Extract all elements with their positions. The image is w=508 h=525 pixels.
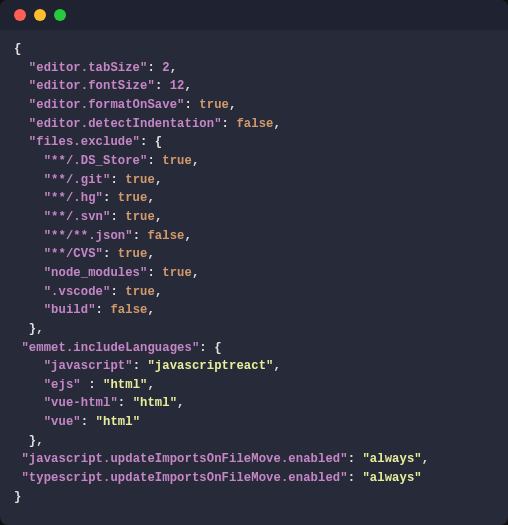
window-minimize-icon[interactable] [34,9,46,21]
json-code-block: { "editor.tabSize": 2, "editor.fontSize"… [0,30,508,520]
window-close-icon[interactable] [14,9,26,21]
window-titlebar [0,0,508,30]
window-zoom-icon[interactable] [54,9,66,21]
code-window: { "editor.tabSize": 2, "editor.fontSize"… [0,0,508,525]
